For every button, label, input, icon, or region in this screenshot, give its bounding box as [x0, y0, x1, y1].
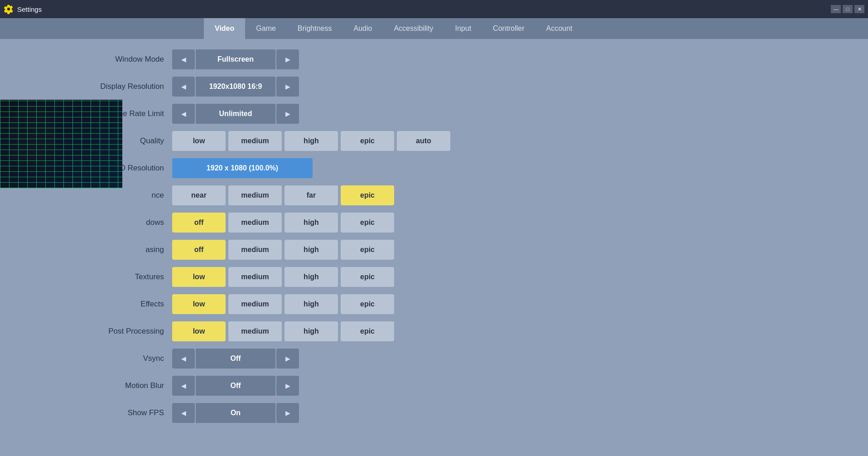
shadows-high[interactable]: high: [285, 213, 338, 233]
anti-aliasing-label: asing: [27, 245, 172, 254]
shadows-medium[interactable]: medium: [228, 213, 282, 233]
shadows-row: dows off medium high epic: [27, 211, 841, 234]
tab-controller[interactable]: Controller: [482, 18, 535, 39]
window-mode-selector: ◀ Fullscreen ▶: [172, 49, 299, 69]
effects-btn-group: low medium high epic: [172, 294, 394, 314]
tab-accessibility[interactable]: Accessibility: [383, 18, 444, 39]
tab-brightness[interactable]: Brightness: [287, 18, 343, 39]
view-distance-near[interactable]: near: [172, 185, 226, 205]
view-distance-epic[interactable]: epic: [341, 185, 394, 205]
anti-aliasing-high[interactable]: high: [285, 240, 338, 260]
frame-rate-value: Unlimited: [195, 104, 276, 124]
vsync-value: Off: [195, 349, 276, 369]
frame-rate-selector: ◀ Unlimited ▶: [172, 104, 299, 124]
tab-input[interactable]: Input: [444, 18, 482, 39]
window-mode-next[interactable]: ▶: [276, 49, 299, 69]
post-processing-high[interactable]: high: [285, 321, 338, 341]
shadows-epic[interactable]: epic: [341, 213, 394, 233]
post-processing-low[interactable]: low: [172, 321, 226, 341]
show-fps-next[interactable]: ▶: [276, 403, 299, 423]
post-processing-epic[interactable]: epic: [341, 321, 394, 341]
textures-high[interactable]: high: [285, 267, 338, 287]
maximize-button[interactable]: □: [843, 5, 853, 13]
effects-label: Effects: [27, 300, 172, 309]
vsync-selector: ◀ Off ▶: [172, 349, 299, 369]
display-resolution-label: Display Resolution: [27, 82, 172, 91]
quality-medium[interactable]: medium: [228, 131, 282, 151]
show-fps-prev[interactable]: ◀: [172, 403, 195, 423]
display-resolution-row: Display Resolution ◀ 1920x1080 16:9 ▶: [27, 75, 841, 98]
post-processing-row: Post Processing low medium high epic: [27, 320, 841, 343]
textures-row: Textures low medium high epic: [27, 266, 841, 288]
anti-aliasing-btn-group: off medium high epic: [172, 240, 394, 260]
motion-blur-value: Off: [195, 376, 276, 396]
effects-high[interactable]: high: [285, 294, 338, 314]
anti-aliasing-row: asing off medium high epic: [27, 238, 841, 261]
effects-low[interactable]: low: [172, 294, 226, 314]
shadows-off[interactable]: off: [172, 213, 226, 233]
thumbnail-preview: [0, 100, 122, 188]
anti-aliasing-epic[interactable]: epic: [341, 240, 394, 260]
quality-epic[interactable]: epic: [341, 131, 394, 151]
resolution-3d-row: 3D Resolution 1920 x 1080 (100.0%): [27, 157, 841, 179]
post-processing-label: Post Processing: [27, 327, 172, 336]
vsync-prev[interactable]: ◀: [172, 349, 195, 369]
keyboard-visual: [0, 100, 122, 188]
close-button[interactable]: ✕: [854, 5, 864, 13]
show-fps-value: On: [195, 403, 276, 423]
frame-rate-row: Frame Rate Limit ◀ Unlimited ▶: [27, 102, 841, 125]
window-mode-value: Fullscreen: [195, 49, 276, 69]
textures-low[interactable]: low: [172, 267, 226, 287]
frame-rate-prev[interactable]: ◀: [172, 104, 195, 124]
app-title: Settings: [17, 5, 42, 13]
textures-epic[interactable]: epic: [341, 267, 394, 287]
quality-auto[interactable]: auto: [397, 131, 450, 151]
effects-medium[interactable]: medium: [228, 294, 282, 314]
textures-btn-group: low medium high epic: [172, 267, 394, 287]
window-mode-row: Window Mode ◀ Fullscreen ▶: [27, 48, 841, 71]
display-resolution-value: 1920x1080 16:9: [195, 77, 276, 97]
motion-blur-label: Motion Blur: [27, 381, 172, 390]
vsync-label: Vsync: [27, 354, 172, 363]
resolution-3d-value: 1920 x 1080 (100.0%): [172, 158, 313, 178]
frame-rate-next[interactable]: ▶: [276, 104, 299, 124]
minimize-button[interactable]: —: [831, 5, 841, 13]
vsync-next[interactable]: ▶: [276, 349, 299, 369]
view-distance-medium[interactable]: medium: [228, 185, 282, 205]
motion-blur-prev[interactable]: ◀: [172, 376, 195, 396]
vsync-row: Vsync ◀ Off ▶: [27, 347, 841, 370]
display-resolution-selector: ◀ 1920x1080 16:9 ▶: [172, 77, 299, 97]
quality-low[interactable]: low: [172, 131, 226, 151]
motion-blur-selector: ◀ Off ▶: [172, 376, 299, 396]
textures-medium[interactable]: medium: [228, 267, 282, 287]
anti-aliasing-off[interactable]: off: [172, 240, 226, 260]
motion-blur-next[interactable]: ▶: [276, 376, 299, 396]
motion-blur-row: Motion Blur ◀ Off ▶: [27, 374, 841, 397]
tab-account[interactable]: Account: [535, 18, 583, 39]
post-processing-medium[interactable]: medium: [228, 321, 282, 341]
tab-video[interactable]: Video: [204, 18, 245, 39]
display-resolution-next[interactable]: ▶: [276, 77, 299, 97]
view-distance-label: nce: [27, 191, 172, 200]
view-distance-far[interactable]: far: [285, 185, 338, 205]
effects-row: Effects low medium high epic: [27, 293, 841, 315]
quality-high[interactable]: high: [285, 131, 338, 151]
view-distance-row: nce near medium far epic: [27, 184, 841, 207]
effects-epic[interactable]: epic: [341, 294, 394, 314]
shadows-btn-group: off medium high epic: [172, 213, 394, 233]
show-fps-label: Show FPS: [27, 408, 172, 417]
title-bar: Settings — □ ✕: [0, 0, 868, 18]
anti-aliasing-medium[interactable]: medium: [228, 240, 282, 260]
display-resolution-prev[interactable]: ◀: [172, 77, 195, 97]
tab-game[interactable]: Game: [245, 18, 287, 39]
gear-icon: [4, 4, 14, 14]
quality-row: Quality low medium high epic auto: [27, 130, 841, 152]
settings-content: Window Mode ◀ Fullscreen ▶ Display Resol…: [0, 39, 868, 438]
shadows-label: dows: [27, 218, 172, 227]
title-bar-left: Settings: [4, 4, 42, 14]
tab-audio[interactable]: Audio: [342, 18, 383, 39]
window-mode-label: Window Mode: [27, 55, 172, 64]
title-bar-controls: — □ ✕: [831, 5, 864, 13]
window-mode-prev[interactable]: ◀: [172, 49, 195, 69]
show-fps-row: Show FPS ◀ On ▶: [27, 402, 841, 424]
